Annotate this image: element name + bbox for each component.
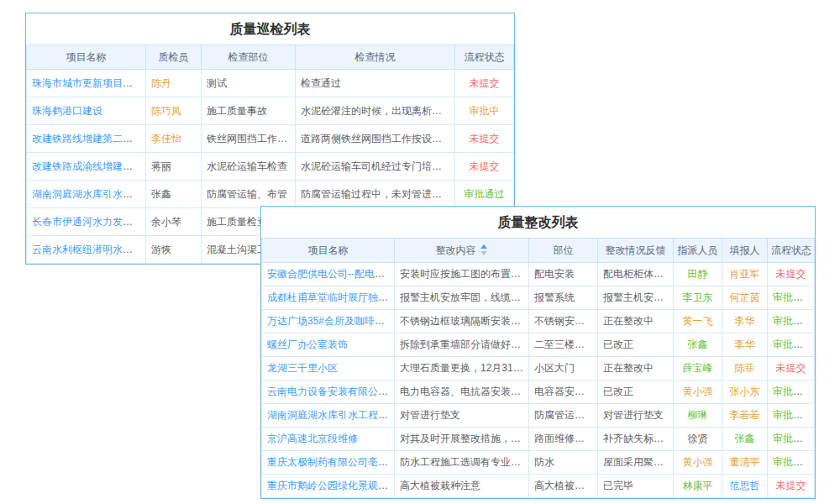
- workflow-status-cell-text: 审批通过: [465, 188, 505, 200]
- rectification-content-cell-text: 不锈钢边框玻璃隔断安装不牢...: [400, 315, 529, 327]
- feedback-cell-text: 补齐缺失标志...: [603, 433, 672, 444]
- project-name-cell-text[interactable]: 改建铁路线增建第二线...: [32, 133, 141, 144]
- inspection-part-cell: 测试: [202, 70, 296, 97]
- reporter-cell: 李华: [722, 310, 768, 333]
- reporter-cell: 张鑫: [722, 428, 768, 451]
- column-header-label: 流程状态: [771, 244, 811, 256]
- assignee-cell-text: 黄小强: [683, 456, 713, 468]
- project-name-cell: 长春市伊通河水力发电...: [27, 208, 146, 236]
- workflow-status-cell: 未提交: [455, 125, 514, 153]
- project-name-cell-text[interactable]: 安徽合肥供电公司--配电设备...: [267, 268, 395, 280]
- assignee-cell: 薛宝峰: [674, 357, 722, 381]
- inspection-result-cell-text: 防腐管运输过程中，未对管进行...: [301, 188, 450, 200]
- sort-icon[interactable]: [480, 244, 488, 255]
- workflow-status-cell: 未提交: [768, 475, 815, 498]
- table-row: 安徽合肥供电公司--配电设备...安装时应按施工图的布置，将...配电安装配电柜…: [262, 263, 815, 286]
- workflow-status-cell-text: 审批通过: [773, 291, 813, 303]
- reporter-cell: 肖亚军: [722, 263, 768, 286]
- rectification-content-cell-text: 对其及时开展整改措施，桥头...: [400, 433, 529, 444]
- feedback-cell: 报警主机安放...: [598, 286, 674, 310]
- workflow-status-cell-text: 审批通过: [773, 433, 813, 444]
- inspection-result-cell: 水泥砼运输车司机经过专门培训...: [296, 153, 455, 181]
- reporter-cell: 陈菲: [722, 357, 768, 381]
- rectification-content-cell: 拆除到承重墙部分请做好加固...: [395, 333, 529, 357]
- feedback-cell: 已改正: [598, 381, 674, 404]
- feedback-cell: 正在整改中: [598, 310, 674, 333]
- column-header-label: 填报人: [730, 244, 760, 256]
- workflow-status-cell: 审批通过: [768, 381, 815, 404]
- project-name-cell: 云南水利枢纽潜明水库...: [27, 236, 146, 264]
- column-header: 项目名称: [27, 45, 146, 70]
- workflow-status-cell-text: 审批通过: [773, 315, 813, 327]
- column-header: 流程状态: [768, 239, 815, 263]
- feedback-cell: 已完毕: [598, 475, 674, 498]
- inspection-part-cell: 水泥砼运输车检查: [202, 153, 296, 181]
- inspector-cell-text: 陈巧凤: [151, 105, 181, 117]
- project-name-cell-text[interactable]: 螺丝厂办公室装饰: [267, 339, 348, 350]
- rectification-content-cell-text: 拆除到承重墙部分请做好加固...: [400, 339, 529, 350]
- project-name-cell-text[interactable]: 湖南洞庭湖水库引水工...: [32, 188, 141, 200]
- project-name-cell: 安徽合肥供电公司--配电设备...: [262, 263, 395, 286]
- inspection-part-cell-text: 测试: [207, 77, 227, 89]
- part-cell-text: 配电安装: [534, 268, 575, 280]
- workflow-status-cell: 审批通过: [768, 404, 815, 428]
- project-name-cell: 万达广场35#会所及咖啡厅空...: [262, 310, 395, 333]
- project-name-cell-text[interactable]: 龙湖三千里小区: [267, 362, 338, 374]
- inspector-cell-text: 李佳怡: [151, 133, 181, 144]
- table-row: 重庆太极制药有限公司亳州中...防水工程施工选调有专业资质...防水屋面采用聚氨…: [262, 451, 815, 475]
- column-header: 质检员: [146, 45, 202, 70]
- rectification-content-cell: 大理石质量更换，12月31日之...: [395, 357, 529, 381]
- project-name-cell-text[interactable]: 珠海市城市更新项目紫...: [32, 77, 141, 89]
- reporter-cell-text: 张小东: [730, 386, 760, 397]
- inspector-cell-text: 蒋丽: [151, 160, 171, 172]
- part-cell: 防腐管运输...: [529, 404, 598, 428]
- project-name-cell-text[interactable]: 万达广场35#会所及咖啡厅空...: [267, 315, 395, 327]
- rectification-list-panel: 质量整改列表 项目名称整改内容部位整改情况反馈指派人员填报人流程状态 安徽合肥供…: [260, 206, 816, 499]
- project-name-cell: 改建铁路成渝线增建第...: [27, 153, 146, 181]
- rectification-table: 项目名称整改内容部位整改情况反馈指派人员填报人流程状态 安徽合肥供电公司--配电…: [261, 238, 815, 498]
- project-name-cell-text[interactable]: 珠海鹤港口建设: [32, 105, 102, 117]
- table-row: 重庆市鹅岭公园绿化景观提升...高大植被栽种注意高大植被栽种已完毕林康平范思哲未…: [262, 475, 815, 498]
- reporter-cell-text: 肖亚军: [730, 268, 760, 280]
- assignee-cell: 徐贤: [674, 428, 722, 451]
- column-header[interactable]: 整改内容: [395, 239, 529, 263]
- assignee-cell: 林康平: [674, 475, 722, 498]
- project-name-cell-text[interactable]: 云南电力设备安装有限公司20...: [267, 386, 395, 397]
- reporter-cell-text: 何芷茵: [730, 291, 760, 303]
- project-name-cell: 螺丝厂办公室装饰: [262, 333, 395, 357]
- project-name-cell: 重庆太极制药有限公司亳州中...: [262, 451, 395, 475]
- project-name-cell-text[interactable]: 长春市伊通河水力发电...: [32, 216, 141, 228]
- reporter-cell-text: 张鑫: [735, 433, 755, 444]
- inspection-result-cell-text: 道路两侧铁丝网围挡工作按设计...: [301, 133, 450, 144]
- project-name-cell-text[interactable]: 京沪高速北京段维修: [267, 433, 358, 444]
- rectification-list-title: 质量整改列表: [261, 207, 815, 238]
- rectification-table-body: 安徽合肥供电公司--配电设备...安装时应按施工图的布置，将...配电安装配电柜…: [262, 263, 815, 498]
- rectification-content-cell: 电力电容器、电抗器安装方案...: [395, 381, 529, 404]
- inspection-result-cell: 道路两侧铁丝网围挡工作按设计...: [296, 125, 455, 153]
- column-header-label: 指派人员: [678, 244, 718, 256]
- workflow-status-cell-text: 未提交: [776, 268, 806, 280]
- workflow-status-cell: 审批通过: [768, 286, 815, 310]
- part-cell-text: 报警系统: [534, 291, 575, 303]
- project-name-cell-text[interactable]: 重庆市鹅岭公园绿化景观提升...: [267, 480, 395, 491]
- project-name-cell-text[interactable]: 湖南洞庭湖水库引水工程施工1...: [267, 409, 395, 421]
- column-header: 整改情况反馈: [598, 239, 674, 263]
- workflow-status-cell: 未提交: [768, 263, 815, 286]
- table-row: 成都杜甫草堂临时展厅独立展...报警主机安放牢固，线缆连接...报警系统报警主机…: [262, 286, 815, 310]
- feedback-cell: 配电柜柜体与...: [598, 263, 674, 286]
- inspection-result-cell: 防腐管运输过程中，未对管进行...: [296, 181, 455, 208]
- reporter-cell-text: 陈菲: [735, 362, 755, 374]
- table-row: 龙湖三千里小区大理石质量更换，12月31日之...小区大门正在整改中薛宝峰陈菲未…: [262, 357, 815, 381]
- workflow-status-cell: 审批通过: [768, 451, 815, 475]
- project-name-cell-text[interactable]: 改建铁路成渝线增建第...: [32, 160, 141, 172]
- assignee-cell: 张鑫: [674, 333, 722, 357]
- assignee-cell-text: 黄一飞: [683, 315, 713, 327]
- part-cell-text: 二至三楼混...: [534, 339, 593, 350]
- project-name-cell-text[interactable]: 云南水利枢纽潜明水库...: [32, 244, 141, 255]
- project-name-cell: 改建铁路线增建第二线...: [27, 125, 146, 153]
- project-name-cell-text[interactable]: 重庆太极制药有限公司亳州中...: [267, 456, 395, 468]
- project-name-cell-text[interactable]: 成都杜甫草堂临时展厅独立展...: [267, 291, 395, 303]
- assignee-cell: 黄一飞: [674, 310, 722, 333]
- workflow-status-cell: 审批通过: [768, 310, 815, 333]
- column-header: 填报人: [722, 239, 768, 263]
